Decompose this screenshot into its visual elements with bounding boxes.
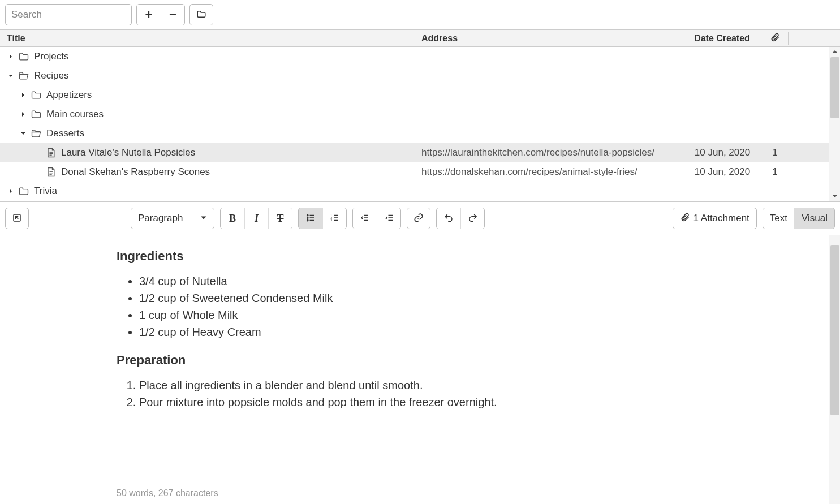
tree-row[interactable]: Donal Skehan's Raspberry Sconeshttps://d…	[0, 162, 829, 182]
redo-icon	[468, 213, 478, 225]
undo-button[interactable]	[437, 208, 460, 229]
tree-item-date: 10 Jun, 2020	[683, 166, 761, 178]
undo-redo-group	[436, 208, 485, 229]
chevron-right-icon[interactable]	[7, 53, 15, 61]
tree-item-address: https://laurainthekitchen.com/recipes/nu…	[413, 147, 683, 158]
folder-icon	[196, 9, 206, 21]
italic-button[interactable]: I	[244, 208, 268, 229]
chevron-right-icon[interactable]	[19, 91, 27, 99]
col-header-address[interactable]: Address	[413, 33, 683, 44]
editor-area: Ingredients 3/4 cup of Nutella1/2 cup of…	[0, 235, 840, 504]
list-item: 3/4 cup of Nutella	[139, 273, 829, 290]
preparation-heading: Preparation	[117, 353, 829, 368]
link-icon	[413, 213, 424, 225]
tree-item-label: Donal Skehan's Raspberry Scones	[61, 166, 210, 178]
page-icon	[45, 166, 57, 178]
mode-text-button[interactable]: Text	[763, 208, 794, 229]
folder-icon	[31, 89, 42, 101]
tree-item-label: Main courses	[46, 109, 104, 120]
collapse-icon	[12, 213, 22, 225]
list-item: 1/2 cup of Heavy Cream	[139, 324, 829, 341]
chevron-down-icon[interactable]	[19, 130, 27, 137]
scroll-up-icon[interactable]	[832, 47, 838, 56]
col-header-attach[interactable]	[761, 32, 789, 45]
tree-scrollbar[interactable]	[829, 47, 840, 201]
editor-toolbar: Paragraph B I T 123 1 Atta	[0, 202, 840, 235]
tree-item-label: Trivia	[34, 186, 57, 197]
tree-item-label: Appetizers	[46, 89, 92, 101]
link-button[interactable]	[407, 208, 430, 229]
bullet-list-icon	[305, 213, 316, 225]
search-input[interactable]	[5, 4, 132, 25]
tree-row[interactable]: Appetizers	[0, 85, 829, 105]
tree-item-label: Laura Vitale's Nutella Popsicles	[61, 147, 195, 158]
add-remove-group: + −	[136, 4, 185, 25]
numbered-list-button[interactable]: 123	[322, 208, 346, 229]
folder-icon	[18, 186, 29, 197]
tree-item-label: Desserts	[46, 128, 84, 139]
bold-button[interactable]: B	[221, 208, 244, 229]
indent-group	[352, 208, 401, 229]
grid-header: Title Address Date Created	[0, 30, 840, 47]
tree-row[interactable]: Recipes	[0, 66, 829, 85]
numbered-list-icon: 123	[330, 213, 340, 225]
paperclip-icon	[680, 212, 690, 225]
top-toolbar: + −	[0, 0, 840, 30]
plus-icon: +	[145, 7, 153, 22]
preparation-list: Place all ingredients in a blender and b…	[139, 377, 829, 411]
ingredients-heading: Ingredients	[117, 249, 829, 264]
tree-row[interactable]: Desserts	[0, 124, 829, 143]
col-header-title[interactable]: Title	[0, 33, 413, 44]
scroll-down-icon[interactable]	[832, 192, 838, 201]
paragraph-select[interactable]: Paragraph	[131, 208, 214, 229]
outdent-button[interactable]	[353, 208, 377, 229]
list-item: Pour mixture into popsicle molds and pop…	[139, 394, 829, 411]
paragraph-select-label: Paragraph	[138, 213, 183, 224]
indent-icon	[384, 213, 394, 225]
status-bar: 50 words, 267 characters	[117, 488, 218, 498]
tree-item-attach-count: 1	[761, 166, 789, 178]
remove-button[interactable]: −	[161, 5, 184, 25]
text-style-group: B I T	[220, 208, 292, 229]
tree-row[interactable]: Projects	[0, 47, 829, 66]
undo-icon	[443, 213, 454, 225]
tree-item-label: Recipes	[34, 70, 68, 81]
collapse-button[interactable]	[5, 208, 29, 229]
bullet-list-button[interactable]	[299, 208, 322, 229]
paperclip-icon	[770, 35, 780, 44]
svg-point-9	[307, 219, 308, 221]
svg-text:3: 3	[330, 219, 332, 222]
attachments-button[interactable]: 1 Attachment	[673, 208, 757, 229]
tree-item-address: https://donalskehan.com/recipes/animal-s…	[413, 166, 683, 178]
strikethrough-button[interactable]: T	[268, 208, 292, 229]
attachments-label: 1 Attachment	[693, 213, 749, 224]
chevron-right-icon[interactable]	[7, 187, 15, 195]
indent-button[interactable]	[377, 208, 400, 229]
folder-icon	[31, 109, 42, 120]
folder-icon	[18, 51, 29, 62]
page-icon	[45, 147, 57, 158]
chevron-right-icon[interactable]	[19, 110, 27, 118]
tree-row[interactable]: Main courses	[0, 105, 829, 124]
add-button[interactable]: +	[137, 5, 161, 25]
scroll-thumb[interactable]	[830, 245, 839, 415]
tree-row[interactable]: Laura Vitale's Nutella Popsicleshttps://…	[0, 143, 829, 162]
tree-item-date: 10 Jun, 2020	[683, 147, 761, 158]
tree-area: ProjectsRecipesAppetizersMain coursesDes…	[0, 47, 840, 201]
list-item: 1 cup of Whole Milk	[139, 307, 829, 324]
minus-icon: −	[169, 7, 176, 22]
ingredients-list: 3/4 cup of Nutella1/2 cup of Sweetened C…	[139, 273, 829, 341]
tree-item-label: Projects	[34, 51, 68, 62]
folder-open-icon	[31, 128, 42, 139]
editor-content[interactable]: Ingredients 3/4 cup of Nutella1/2 cup of…	[0, 235, 829, 504]
folder-button[interactable]	[189, 4, 213, 25]
chevron-down-icon[interactable]	[7, 72, 15, 80]
list-item: 1/2 cup of Sweetened Condensed Milk	[139, 290, 829, 307]
scroll-thumb[interactable]	[830, 57, 839, 118]
mode-visual-button[interactable]: Visual	[794, 208, 834, 229]
redo-button[interactable]	[460, 208, 484, 229]
col-header-date[interactable]: Date Created	[683, 33, 761, 44]
tree-row[interactable]: Trivia	[0, 182, 829, 201]
editor-scrollbar[interactable]	[829, 235, 840, 504]
tree-body: ProjectsRecipesAppetizersMain coursesDes…	[0, 47, 829, 201]
